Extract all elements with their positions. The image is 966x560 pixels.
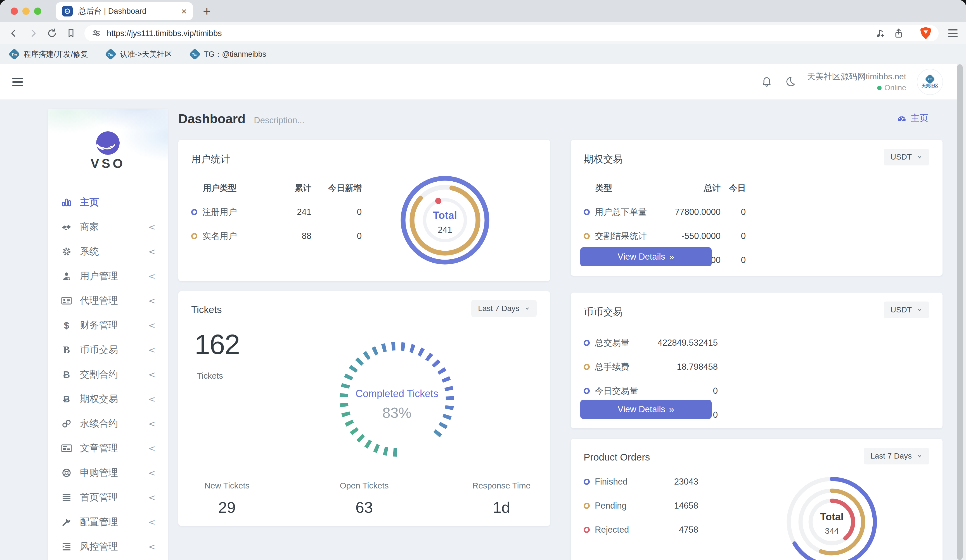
account-info: 天美社区源码网timibbs.net Online (807, 71, 906, 93)
sidebar-item-agents[interactable]: 代理管理 < (48, 288, 168, 313)
sidebar-item-merchants[interactable]: 商家 < (48, 215, 168, 239)
chevron-down-icon (524, 306, 530, 311)
currency-select[interactable]: USDT (884, 302, 929, 318)
breadcrumb-home-link[interactable]: 主页 (897, 112, 928, 124)
chevron-down-icon (917, 307, 922, 313)
table-row: 今日交易量 0 (583, 385, 930, 397)
url-bar[interactable]: https://jys111.timibbs.vip/timibbs (84, 25, 939, 41)
sidebar-item-finance[interactable]: $ 财务管理 < (48, 313, 168, 338)
forward-icon[interactable] (27, 28, 39, 39)
site-name: 天美社区源码网timibbs.net (807, 71, 906, 82)
col-header: 类型 (583, 182, 667, 194)
sidebar-item-subscription[interactable]: 申购管理 < (48, 460, 168, 485)
card-title: 币币交易 (583, 305, 930, 319)
list-indent-icon (61, 541, 73, 552)
notifications-bell-icon[interactable] (761, 76, 773, 88)
sidebar-toggle-icon[interactable] (12, 78, 23, 86)
window-minimize-button[interactable] (22, 8, 30, 15)
browser-tab[interactable]: 总后台 | Dashboard × (56, 2, 193, 20)
avatar[interactable]: Tm 天美社区 (917, 69, 943, 94)
view-details-button[interactable]: View Details » (580, 400, 711, 419)
sidebar-item-system[interactable]: 系统 < (48, 239, 168, 264)
legend-ring-icon (191, 233, 197, 239)
page-content: VSO 主页 商家 < 系统 < (0, 100, 966, 560)
legend-ring-icon (583, 233, 590, 239)
legend-ring-icon (583, 340, 590, 346)
brave-shields-icon[interactable] (920, 27, 932, 39)
donut-center-label: Total (433, 210, 457, 221)
page-title: Dashboard (178, 111, 245, 126)
date-range-select[interactable]: Last 7 Days (471, 300, 537, 317)
view-details-button[interactable]: View Details » (580, 247, 711, 266)
sidebar-item-homepage[interactable]: 首页管理 < (48, 485, 168, 510)
reload-icon[interactable] (46, 28, 58, 39)
sidebar-item-config[interactable]: 配置管理 < (48, 510, 168, 534)
window-controls (11, 8, 41, 15)
coin-b-icon: B (61, 344, 73, 355)
completed-tickets-gauge: Completed Tickets 83% (333, 335, 461, 465)
sidebar-item-risk-control[interactable]: 风控管理 < (48, 534, 168, 559)
scrollbar-thumb[interactable] (957, 64, 963, 560)
ticket-stat: Open Tickets 63 (331, 481, 398, 516)
sidebar-menu: 主页 商家 < 系统 < 用户管理 < (48, 190, 168, 559)
legend-ring-icon (583, 479, 590, 485)
bookmark-item[interactable]: Tm 认准->天美社区 (107, 49, 172, 59)
bookmark-item[interactable]: Tm 程序搭建/开发/修复 (10, 49, 88, 59)
sidebar-item-users[interactable]: 用户管理 < (48, 264, 168, 288)
dark-mode-moon-icon[interactable] (784, 76, 796, 88)
tickets-total-value: 162 (195, 330, 240, 358)
double-chevron-icon: » (669, 404, 674, 415)
sidebar-item-perpetual-contract[interactable]: 永续合约 < (48, 411, 168, 436)
share-icon[interactable] (893, 28, 904, 39)
tab-close-icon[interactable]: × (181, 7, 187, 16)
product-orders-card: Product Orders Last 7 Days Finished 2304… (571, 439, 943, 560)
bitcoin-icon: Ƀ (61, 393, 73, 405)
date-range-select[interactable]: Last 7 Days (864, 448, 929, 465)
currency-select[interactable]: USDT (884, 149, 929, 166)
new-tab-button[interactable]: + (203, 5, 211, 18)
col-header: 总计 (667, 182, 721, 194)
wrench-icon (61, 516, 73, 527)
legend-ring-icon (583, 209, 590, 215)
online-status-label: Online (884, 83, 906, 93)
table-row: 总手续费 18.798458 (583, 361, 930, 373)
donut-marker-dot (435, 198, 441, 204)
online-status-dot (877, 86, 882, 90)
legend-ring-icon (191, 209, 197, 215)
legend-ring-icon (583, 503, 590, 509)
card-title: 用户统计 (191, 153, 537, 166)
window-zoom-button[interactable] (34, 8, 41, 15)
sidebar-item-spot-trading[interactable]: B 币币交易 < (48, 338, 168, 362)
back-icon[interactable] (8, 28, 20, 39)
window-close-button[interactable] (11, 8, 18, 15)
double-chevron-icon: » (669, 251, 674, 262)
dollar-icon: $ (61, 320, 73, 331)
bookmark-icon[interactable] (66, 28, 77, 39)
legend-ring-icon (583, 388, 590, 394)
bookmark-item[interactable]: Tm TG：@tianmeibbs (191, 49, 266, 59)
radial-center-value: 344 (825, 526, 839, 535)
logo-text: VSO (48, 156, 168, 171)
tm-badge-icon: Tm (8, 48, 20, 60)
url-text[interactable]: https://jys111.timibbs.vip/timibbs (107, 29, 222, 38)
browser-menu-icon[interactable] (948, 30, 958, 37)
table-row: 用户总下单量 77800.0000 0 (583, 206, 930, 218)
sidebar-item-delivery-contract[interactable]: Ƀ 交割合约 < (48, 362, 168, 387)
sidebar-item-options-trading[interactable]: Ƀ 期权交易 < (48, 387, 168, 411)
site-settings-icon[interactable] (92, 28, 101, 38)
page-subtitle: Description... (254, 115, 304, 125)
media-control-icon[interactable] (875, 28, 886, 39)
sidebar-item-home[interactable]: 主页 (48, 190, 168, 215)
scrollbar[interactable] (957, 64, 966, 560)
table-row: 交割结果统计 -550.0000 0 (583, 230, 930, 242)
sidebar-item-articles[interactable]: 文章管理 < (48, 436, 168, 460)
bookmarks-bar: Tm 程序搭建/开发/修复 Tm 认准->天美社区 Tm TG：@tianmei… (0, 44, 966, 64)
chevron-down-icon (917, 154, 922, 160)
app-logo[interactable] (95, 131, 120, 156)
toolbar-separator (912, 28, 912, 38)
gear-icon (61, 246, 73, 257)
donut-center-value: 241 (438, 225, 452, 235)
user-stats-donut-chart: Total 241 (398, 173, 493, 269)
life-ring-icon (61, 467, 73, 478)
spot-trading-card: 币币交易 USDT 总交易量 422849.532415 总手续费 18.798… (571, 292, 943, 429)
